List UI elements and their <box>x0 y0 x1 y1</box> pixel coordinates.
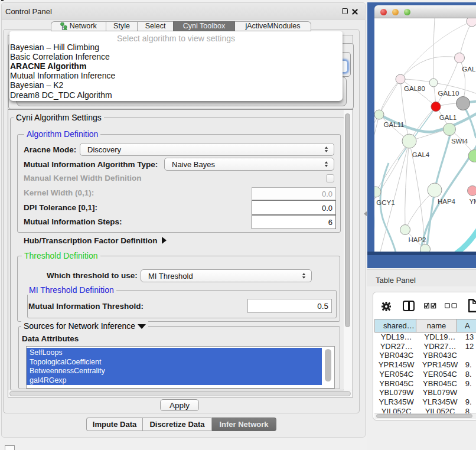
svg-text:GCY1: GCY1 <box>376 199 395 206</box>
svg-text:GAL11: GAL11 <box>384 121 405 128</box>
svg-text:GAL7: GAL7 <box>462 66 476 73</box>
svg-text:GAL80: GAL80 <box>404 85 425 92</box>
svg-text:HAP2: HAP2 <box>408 236 426 243</box>
svg-text:YM: YM <box>469 198 476 205</box>
svg-text:HAP4: HAP4 <box>438 198 456 205</box>
svg-text:GAL1: GAL1 <box>439 114 457 121</box>
svg-text:GAL10: GAL10 <box>438 90 459 97</box>
svg-text:GAL4: GAL4 <box>412 151 430 158</box>
svg-text:SWI4: SWI4 <box>451 138 468 145</box>
